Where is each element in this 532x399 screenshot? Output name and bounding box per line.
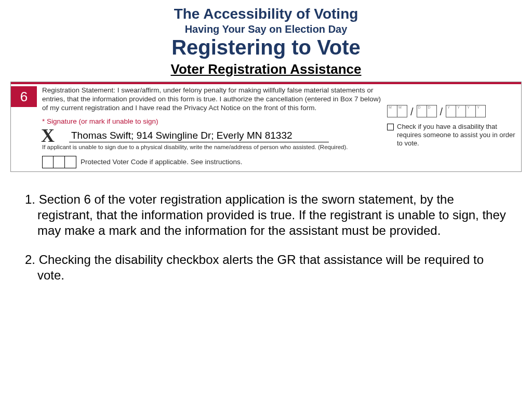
title-line-4: Voter Registration Assistance	[0, 61, 532, 77]
signature-note: If applicant is unable to sign due to a …	[42, 143, 382, 151]
form-mid-column: Registration Statement: I swear/affirm, …	[37, 86, 382, 168]
signature-label-prefix: * Signature	[42, 117, 77, 125]
registration-statement: Registration Statement: I swear/affirm, …	[42, 86, 382, 113]
paragraph-1-text: 1. Section 6 of the voter registration a…	[20, 192, 512, 238]
signature-row: X Thomas Swift; 914 Swingline Dr; Everly…	[42, 125, 382, 142]
form-right-column: M M / D D / Y Y Y Y Check if you have	[382, 86, 517, 168]
date-box-y: Y	[475, 105, 486, 117]
date-box-y: Y	[466, 105, 476, 117]
date-box-d: D	[417, 105, 427, 117]
paragraph-2-text: 2. Checking the disability checkbox aler…	[20, 252, 512, 283]
date-box-y: Y	[456, 105, 466, 117]
signature-x-mark: X	[41, 127, 55, 144]
date-slash: /	[439, 106, 444, 118]
title-block: The Accessibility of Voting Having Your …	[0, 0, 532, 77]
date-box-m: M	[387, 105, 397, 117]
section-number-box: 6	[11, 86, 37, 107]
paragraph-2: 2. Checking the disability checkbox aler…	[20, 252, 512, 283]
disability-checkbox-row: Check if you have a disability that requ…	[387, 123, 517, 148]
body-text: 1. Section 6 of the voter registration a…	[20, 192, 512, 283]
protected-voter-code-row: Protected Voter Code if applicable. See …	[42, 156, 382, 168]
form-section-6: 6 Registration Statement: I swear/affirm…	[10, 82, 522, 172]
pvc-box	[42, 156, 54, 168]
date-box-m: M	[397, 105, 407, 117]
disability-checkbox[interactable]	[387, 124, 394, 130]
pvc-boxes	[42, 156, 76, 168]
pvc-box	[54, 156, 65, 168]
date-box-d: D	[427, 105, 437, 117]
date-slash: /	[409, 106, 415, 118]
title-line-1: The Accessibility of Voting	[0, 6, 532, 22]
pvc-label: Protected Voter Code if applicable. See …	[81, 158, 242, 167]
paragraph-1: 1. Section 6 of the voter registration a…	[20, 192, 512, 238]
signature-value: Thomas Swift; 914 Swingline Dr; Everly M…	[69, 129, 329, 142]
date-entry-row: M M / D D / Y Y Y Y	[387, 105, 517, 117]
disability-checkbox-label: Check if you have a disability that requ…	[397, 123, 517, 148]
pvc-box	[65, 156, 76, 168]
title-line-3: Registering to Vote	[0, 36, 532, 58]
title-line-2: Having Your Say on Election Day	[0, 23, 532, 35]
signature-label-suffix: (or mark if unable to sign)	[77, 117, 158, 125]
date-box-y: Y	[446, 105, 456, 117]
